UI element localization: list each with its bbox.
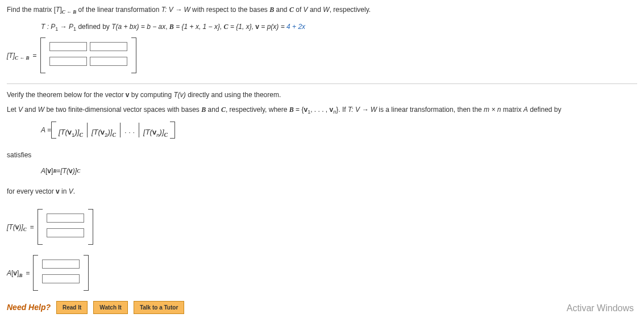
text: T : [41, 23, 51, 31]
bracket-right-icon [131, 37, 136, 73]
AvB-label: A[v]B [7, 268, 22, 278]
problem-statement: Find the matrix [T]C ← B of the linear t… [7, 5, 637, 15]
text: P [69, 23, 73, 31]
watch-it-button[interactable]: Watch It [93, 301, 128, 314]
text: Find the matrix [ [7, 6, 56, 14]
text: V [304, 6, 308, 14]
text: , respectively. [330, 6, 371, 14]
text: of the linear transformation [78, 6, 161, 14]
text: with respect to the bases [192, 6, 269, 14]
matrix-T-equation: [T]C ← B = [7, 37, 637, 73]
AvB-equation: A[v]B = [7, 255, 637, 291]
bracket-right-icon [88, 209, 93, 245]
divider [7, 83, 637, 84]
windows-activation-watermark: Activar Windows [567, 302, 634, 315]
text: , [165, 23, 169, 31]
bracket-right-icon [170, 122, 175, 139]
subscript: 1 [73, 26, 76, 32]
text: for every vector v in V. [7, 186, 637, 196]
text: T(a + bx) = b − ax [111, 23, 165, 31]
basis-C: C [289, 6, 294, 14]
text: defined by [78, 23, 111, 31]
divider-icon [120, 123, 121, 137]
equals: = [33, 51, 37, 61]
bracket-left-icon [38, 209, 43, 245]
arrow-icon: → [58, 23, 69, 31]
need-help-label: Need Help? [7, 302, 51, 313]
read-it-button[interactable]: Read It [56, 301, 88, 314]
text: and [274, 6, 289, 14]
text: of [294, 6, 304, 14]
divider-icon [87, 123, 88, 137]
verify-instruction: Verify the theorem below for the vector … [7, 90, 637, 100]
bracket-left-icon [33, 255, 38, 291]
need-help-row: Need Help? Read It Watch It Talk to a Tu… [7, 301, 637, 314]
talk-to-tutor-button[interactable]: Talk to a Tutor [134, 301, 184, 314]
matrix-T-cell-1-1[interactable] [49, 42, 87, 51]
matrix-2x2 [40, 37, 136, 73]
text: satisfies [7, 150, 637, 160]
equals: = [26, 268, 30, 278]
text: = p(x) = [259, 23, 286, 31]
theorem-statement: Let V and W be two finite-dimensional ve… [7, 104, 637, 115]
divider-icon [139, 123, 139, 137]
given-value: 4 + 2x [286, 23, 305, 31]
vector-2x1 [33, 255, 89, 291]
subscript: C ← B [62, 9, 77, 15]
vector-v: v [255, 23, 259, 31]
text: T: V → W [161, 6, 190, 14]
text: and [308, 6, 323, 14]
TvC-cell-2[interactable] [47, 228, 84, 237]
matrix-T-cell-2-1[interactable] [49, 57, 87, 66]
text: = {1 + x, 1 − x}, [174, 23, 224, 31]
text: W [323, 6, 329, 14]
matrix-label: [T]C ← B [7, 51, 30, 61]
basis-C: C [224, 23, 228, 31]
vector-2x1 [38, 209, 93, 245]
text: = {1, x}, [228, 23, 256, 31]
AvB-cell-1[interactable] [42, 260, 80, 269]
A-definition: A = [T(v1)]C [T(v2)]C · · · [T(vn)]C [41, 120, 637, 140]
bracket-right-icon [84, 255, 89, 291]
Tv-C-equation: [T(v)]C = [7, 209, 637, 245]
transformation-definition: T : P1 → P1 defined by T(a + bx) = b − a… [7, 22, 637, 32]
basis-B: B [269, 6, 274, 14]
matrix-T-cell-2-2[interactable] [90, 57, 127, 66]
bracket-left-icon [40, 37, 45, 73]
TvC-cell-1[interactable] [47, 214, 84, 223]
bracket-left-icon [51, 122, 56, 139]
basis-B: B [169, 23, 174, 31]
equals: = [30, 222, 34, 232]
AvB-cell-2[interactable] [42, 274, 80, 283]
Tv-C-label: [T(v)]C [7, 222, 27, 232]
theorem-equation: A[v]B = [T(v)]C [41, 166, 637, 176]
matrix-T-cell-1-2[interactable] [90, 42, 127, 51]
